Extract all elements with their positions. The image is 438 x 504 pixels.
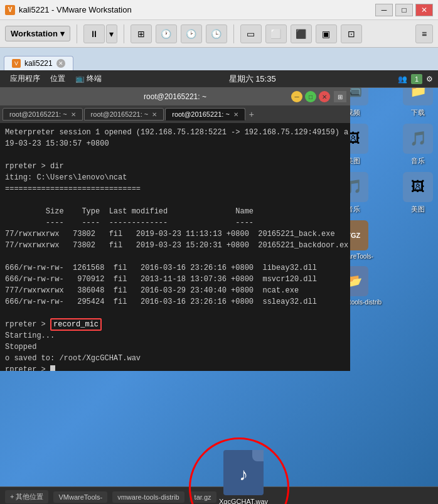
terminal-minimize-button[interactable]: ─ — [291, 91, 302, 102]
view4-button[interactable]: ▣ — [316, 24, 337, 43]
kali-num-indicator: 1 — [411, 74, 422, 84]
snapshot-button[interactable]: 🕐 — [156, 24, 177, 43]
maximize-button[interactable]: □ — [395, 4, 413, 16]
taskbar-vmware-tools[interactable]: VMwareTools- — [53, 491, 107, 503]
terminal-window: root@20165221: ~ ─ □ ✕ ⊞ root@20165221: … — [0, 88, 350, 371]
taskbar-other-places[interactable]: + 其他位置 — [5, 490, 48, 503]
vmware-tools-taskbar-label: VMwareTools- — [58, 493, 102, 501]
music-label: 音乐 — [411, 156, 425, 166]
tar-gz-taskbar-label: tar.gz — [195, 493, 211, 501]
terminal-tab-2-close[interactable]: ✕ — [152, 111, 157, 118]
vmware-distrib-taskbar-label: vmware-tools-distrib — [117, 493, 179, 501]
terminal-line-7 — [5, 195, 345, 206]
window-title: kali5221 - VMware Workstation — [19, 5, 375, 14]
terminal-tab-3-label: root@20165221: ~ — [172, 110, 230, 118]
taskbar-vmware-distrib[interactable]: vmware-tools-distrib — [112, 491, 184, 503]
terminal-tab-1-label: root@20165221: ~ — [9, 110, 67, 118]
vm-content: 📁 下载 🎵 音乐 🖼 美图 📹 视频 🖼 美图 🎵 — [0, 70, 438, 504]
toolbar-separator-1 — [77, 24, 77, 43]
tab-bar: V kali5221 ✕ — [0, 48, 438, 70]
terminal-line-11: 77/rwxrwxrwx 73802 fil 2019-03-23 15:20:… — [5, 240, 345, 251]
wav-file-label: XgcGCHAT.wav — [219, 498, 268, 504]
terminal-line-21: o saved to: /root/XgcGCHAT.wav — [5, 353, 345, 364]
record-mic-highlight: record_mic — [50, 318, 102, 331]
terminal-tab-2[interactable]: root@20165221: ~ ✕ — [84, 108, 164, 121]
wav-file-icon[interactable]: ♪ — [223, 450, 264, 495]
minimize-button[interactable]: ─ — [375, 4, 393, 16]
taskbar-tar-gz[interactable]: tar.gz — [190, 491, 216, 503]
toolbar-group-pause: ⏸ ▾ — [83, 24, 117, 43]
terminal-tab-3-close[interactable]: ✕ — [233, 111, 238, 118]
vm-tab-close-button[interactable]: ✕ — [56, 59, 65, 68]
terminal-line-1: Meterpreter session 1 opened (192.168.75… — [5, 127, 345, 138]
terminal-line-16: 666/rw-rw-rw- 295424 fil 2016-03-16 23:2… — [5, 296, 345, 308]
terminal-line-12 — [5, 251, 345, 262]
terminal-line-22: rpreter > — [5, 364, 345, 371]
downloads-label: 下载 — [411, 108, 425, 117]
terminal-cursor — [50, 365, 55, 371]
terminal-extra-button[interactable]: ⊞ — [334, 91, 346, 102]
settings-button[interactable]: ≡ — [415, 24, 433, 43]
app-icon: V — [5, 5, 15, 15]
kali-datetime: 星期六 15:35 — [107, 73, 398, 85]
view3-button[interactable]: ⬛ — [291, 24, 312, 43]
view5-button[interactable]: ⊡ — [341, 24, 362, 43]
title-bar: V kali5221 - VMware Workstation ─ □ ✕ — [0, 0, 438, 20]
vmware-toolbar: Workstation ▾ ⏸ ▾ ⊞ 🕐 🕑 🕒 ▭ ⬜ ⬛ ▣ ⊡ ≡ — [0, 20, 438, 48]
desktop-icons-area: 📁 下载 🎵 音乐 🖼 美图 — [403, 75, 433, 214]
workstation-menu[interactable]: Workstation ▾ — [5, 26, 70, 41]
view-button[interactable]: ▭ — [240, 24, 262, 43]
terminal-line-18: rpreter > record_mic — [5, 319, 345, 330]
view2-button[interactable]: ⬜ — [265, 24, 287, 43]
terminal-new-tab-button[interactable]: + — [249, 109, 254, 119]
vm-tab-label: kali5221 — [24, 59, 53, 68]
send-ctrl-alt-del-button[interactable]: ⊞ — [131, 24, 152, 43]
terminal-line-15: 777/rwxrwxrwx 386048 fil 2016-03-29 23:4… — [5, 285, 345, 296]
terminal-line-6: ============================== — [5, 183, 345, 195]
snapshot3-button[interactable]: 🕒 — [206, 24, 227, 43]
desktop-icon-photos[interactable]: 🖼 美图 — [403, 172, 433, 214]
photos-folder-icon: 🖼 — [403, 172, 433, 202]
music-note-icon: ♪ — [239, 464, 248, 485]
pause-dropdown[interactable]: ▾ — [106, 24, 117, 43]
vm-tab-kali5221[interactable]: V kali5221 ✕ — [4, 56, 73, 70]
terminal-line-5: iting: C:\Users\lenovo\ncat — [5, 172, 345, 183]
vm-tab-icon: V — [12, 59, 21, 68]
terminal-tab-1-close[interactable]: ✕ — [71, 111, 76, 118]
window-controls: ─ □ ✕ — [375, 4, 433, 16]
kali-settings-icon[interactable]: ⚙ — [426, 75, 433, 83]
terminal-line-20: Stopped — [5, 341, 345, 353]
terminal-tab-2-label: root@20165221: ~ — [91, 110, 149, 118]
terminal-line-17 — [5, 308, 345, 319]
terminal-close-button[interactable]: ✕ — [319, 91, 330, 102]
terminal-maximize-button[interactable]: □ — [305, 91, 316, 102]
terminal-window-controls: ─ □ ✕ ⊞ — [291, 91, 346, 102]
terminal-tab-1[interactable]: root@20165221: ~ ✕ — [3, 108, 83, 121]
photos-label: 美图 — [411, 205, 425, 214]
kali-menu-places[interactable]: 位置 — [45, 71, 70, 87]
kali-topbar-right: 👥 1 ⚙ — [398, 74, 433, 84]
desktop-icon-music[interactable]: 🎵 音乐 — [403, 124, 433, 166]
kali-users-icon: 👥 — [398, 75, 407, 83]
terminal-line-13: 666/rw-rw-rw- 1261568 fil 2016-03-16 23:… — [5, 262, 345, 274]
kali-menu-applications[interactable]: 应用程序 — [5, 71, 45, 87]
taskbar-other-places-label: + 其他位置 — [10, 492, 43, 501]
toolbar-separator-2 — [124, 24, 124, 43]
terminal-titlebar: root@20165221: ~ ─ □ ✕ ⊞ — [0, 88, 350, 105]
terminal-tab-3[interactable]: root@20165221: ~ ✕ — [165, 108, 245, 121]
terminal-title: root@20165221: ~ — [144, 92, 206, 101]
pause-button[interactable]: ⏸ — [83, 24, 105, 43]
close-button[interactable]: ✕ — [415, 4, 433, 16]
terminal-line-4: rpreter > dir — [5, 161, 345, 172]
kali-menu-terminal[interactable]: 📺 终端 — [70, 71, 107, 87]
terminal-line-10: 77/rwxrwxrwx 73802 fil 2019-03-23 11:13:… — [5, 228, 345, 240]
toolbar-separator-3 — [233, 24, 234, 43]
dropdown-arrow-icon: ▾ — [60, 29, 65, 38]
music-folder-icon: 🎵 — [403, 124, 433, 154]
terminal-body[interactable]: Meterpreter session 1 opened (192.168.75… — [0, 123, 350, 371]
terminal-line-8: Size Type Last modified Name — [5, 206, 345, 217]
terminal-line-3 — [5, 149, 345, 161]
snapshot2-button[interactable]: 🕑 — [181, 24, 202, 43]
terminal-line-14: 666/rw-rw-rw- 970912 fil 2013-11-18 13:0… — [5, 274, 345, 285]
wav-file-icon-container: ♪ XgcGCHAT.wav — [219, 450, 268, 504]
